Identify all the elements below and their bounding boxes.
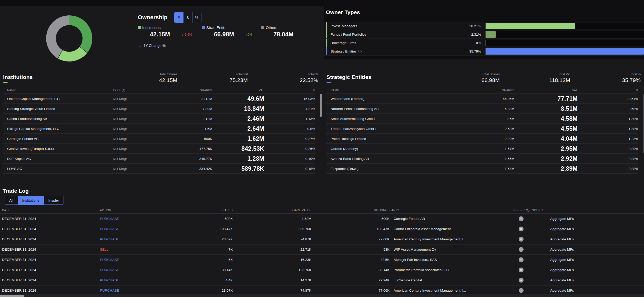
- trade-log-row[interactable]: DECEMBER 31, 2024PURCHASE5K16.23K42.5KAl…: [0, 255, 644, 265]
- legend-color-chip: [261, 26, 264, 29]
- total-stat-value: 118.12M: [500, 77, 570, 83]
- trade-log-row[interactable]: DECEMBER 31, 2024PURCHASE38.14K123.76K38…: [0, 265, 644, 275]
- tab-all[interactable]: All: [5, 196, 18, 204]
- trade-action-link[interactable]: PURCHASE: [100, 268, 144, 272]
- trade-action-link[interactable]: PURCHASE: [100, 227, 144, 231]
- strategic-entities-totals: Total Shares66.98MTotal Val118.12MTotal …: [429, 73, 644, 83]
- owner-type-row[interactable]: Brokerage Firms0%: [324, 39, 644, 47]
- owner-type-pct: 20.21%: [462, 24, 485, 28]
- unit-toggle-percent[interactable]: %: [192, 12, 201, 23]
- shares-cell: 2.6M: [469, 117, 514, 121]
- pct-cell: 0.88%: [578, 167, 638, 171]
- ownership-legend-item: Strat. Entit.66.98M↑0%: [202, 25, 261, 38]
- name-cell: Trend Finanzanalysen GmbH: [331, 127, 469, 131]
- table-row[interactable]: Avanza Bank Holding AB1.66M2.92M0.88%: [326, 154, 638, 164]
- total-stat-label: Total %: [248, 73, 318, 76]
- trade-action-link[interactable]: PURCHASE: [100, 237, 144, 241]
- owner-type-strip: [326, 47, 327, 55]
- table-row[interactable]: LOYS AGIvst Mngr334.42K589.78K0.18%: [3, 164, 315, 174]
- info-icon[interactable]: ?: [526, 209, 529, 212]
- trade-insider-cell: ✕: [510, 278, 532, 283]
- owner-type-row[interactable]: Strategic Entities?35.79%: [324, 47, 644, 56]
- trade-shares-cell: 23.07K: [144, 289, 233, 292]
- info-icon[interactable]: ?: [122, 89, 125, 92]
- legend-label: Institutions: [142, 25, 161, 30]
- total-stat: Total %35.79%: [570, 73, 641, 83]
- trade-share-value-cell: 14.27K: [233, 278, 311, 282]
- table-row[interactable]: Trend Finanzanalysen GmbH2.58M4.55M1.38%: [326, 124, 638, 134]
- total-stat-value: 66.98M: [429, 77, 500, 83]
- val-cell: 589.78K: [212, 165, 264, 172]
- val-cell: 842.53K: [212, 145, 264, 152]
- trade-log-row[interactable]: DECEMBER 31, 2024PURCHASE23.07K74.87K77.…: [0, 234, 644, 244]
- val-cell: 2.92M: [514, 155, 578, 162]
- trade-insider-cell: ✕: [510, 227, 532, 231]
- owner-type-row[interactable]: Invest. Managers20.21%: [324, 22, 644, 30]
- institutions-table-body: Oaktree Capital Management, L.P.Ivst Mng…: [3, 94, 322, 174]
- table-row[interactable]: Carnegie Fonder ABIvst Mngr500K1.62M0.27…: [3, 134, 315, 144]
- trade-log-row[interactable]: DECEMBER 31, 2024SELL-7K-22.71K53KWIP As…: [0, 244, 644, 255]
- table-row[interactable]: Billings Capital Management, LLCIvst Mng…: [3, 124, 315, 134]
- val-cell: 4.55M: [514, 125, 578, 132]
- legend-change: ↑: [305, 33, 307, 36]
- table-row[interactable]: Gordon (Anthony)1.67M2.95M0.89%: [326, 144, 638, 154]
- total-stat: Total Val118.12M: [500, 73, 570, 83]
- owner-type-row[interactable]: Funds / Fund Portfolios2.31%: [324, 30, 644, 39]
- owner-type-pct: 2.31%: [462, 33, 485, 36]
- total-stat-value: 42.15M: [107, 77, 177, 83]
- pct-cell: 0.18%: [264, 167, 315, 171]
- name-cell: LOYS AG: [7, 167, 113, 171]
- trade-share-value-cell: 16.23K: [233, 258, 311, 262]
- tab-insider[interactable]: Insider: [44, 196, 64, 204]
- table-row[interactable]: Nordnet Pensionsforsakring AB4.83M8.51M2…: [326, 104, 638, 114]
- arrow-down-icon: ↓: [182, 33, 183, 36]
- total-stat: Total Val75.23M: [177, 73, 248, 83]
- owner-type-bar-track: [485, 40, 644, 46]
- table-row[interactable]: Smile Autovermietung GmbH2.6M4.58M1.39%: [326, 114, 638, 124]
- shares-cell: 1.66M: [469, 157, 514, 161]
- pct-cell: 2.58%: [578, 107, 638, 111]
- tab-institutions[interactable]: Institutions: [18, 196, 44, 204]
- institutions-totals: Total Shares42.15MTotal Val75.23MTotal %…: [107, 73, 322, 83]
- institutions-scrollbar-thumb[interactable]: [320, 94, 322, 117]
- shares-cell: 2.29M: [469, 137, 514, 141]
- name-cell: Carnegie Fonder AB: [7, 137, 113, 141]
- column-header-date: DATE: [2, 209, 100, 212]
- info-icon[interactable]: ?: [358, 50, 362, 53]
- strategic-entities-accent-dash: [326, 82, 331, 83]
- table-row[interactable]: Sterling Strategic Value LimitedIvst Mng…: [3, 104, 315, 114]
- trade-action-link[interactable]: PURCHASE: [100, 289, 144, 292]
- table-row[interactable]: Fitzpatrick (Dawn)1.64M2.89M0.88%: [326, 164, 638, 174]
- trade-action-link[interactable]: SELL: [100, 248, 144, 251]
- type-cell: Ivst Mngr: [113, 147, 146, 151]
- trade-log-tabs: AllInstitutionsInsider: [5, 196, 64, 205]
- trade-log-table-header: DATEACTIONSHARESSHARE VALUEHOLDINGSPARTY…: [0, 207, 644, 214]
- trade-log-row[interactable]: DECEMBER 31, 2024PURCHASE500K1.62M500KCa…: [0, 214, 644, 224]
- table-row[interactable]: Genève Invest (Europe) S.à.r.l.Ivst Mngr…: [3, 144, 315, 154]
- table-row[interactable]: Celina Fondförvaltning ABIvst Mngr2.12M2…: [3, 114, 315, 124]
- unit-toggle-value[interactable]: $: [183, 12, 192, 23]
- trade-action-link[interactable]: PURCHASE: [100, 258, 144, 262]
- shares-cell: 2.58M: [469, 127, 514, 131]
- strategic-entities-scrollbar-thumb[interactable]: [643, 94, 644, 153]
- table-row[interactable]: Oaktree Capital Management, L.P.Ivst Mng…: [3, 94, 315, 104]
- trade-log-row[interactable]: DECEMBER 31, 2024PURCHASE4.4K14.27K22.94…: [0, 275, 644, 285]
- insider-no-icon: ✕: [519, 268, 524, 272]
- owner-type-label: Brokerage Firms: [331, 41, 356, 45]
- trade-shares-cell: -7K: [144, 248, 233, 251]
- table-row[interactable]: DJE Kapital AGIvst Mngr349.77K1.28M0.19%: [3, 154, 315, 164]
- trade-action-link[interactable]: PURCHASE: [100, 278, 144, 282]
- horizontal-scrollbar-thumb[interactable]: [0, 295, 24, 297]
- trade-action-link[interactable]: PURCHASE: [100, 217, 144, 221]
- trade-log-row[interactable]: DECEMBER 31, 2024PURCHASE103.47K335.76K1…: [0, 224, 644, 234]
- name-cell: Fitzpatrick (Dawn): [331, 167, 469, 171]
- trade-holdings-cell: 77.06K: [311, 237, 390, 241]
- pct-cell: 23.54%: [578, 97, 638, 101]
- strategic-entities-title: Strategic Entities: [326, 74, 371, 80]
- name-cell: Smile Autovermietung GmbH: [331, 117, 469, 121]
- table-row[interactable]: Paeta Holdings Limited2.29M4.04M1.23%: [326, 134, 638, 144]
- val-cell: 2.89M: [514, 165, 578, 172]
- table-row[interactable]: Westermann (Remco)44.06M77.71M23.54%: [326, 94, 638, 104]
- unit-toggle-count[interactable]: #: [175, 12, 183, 23]
- shares-cell: 28.12M: [146, 97, 212, 101]
